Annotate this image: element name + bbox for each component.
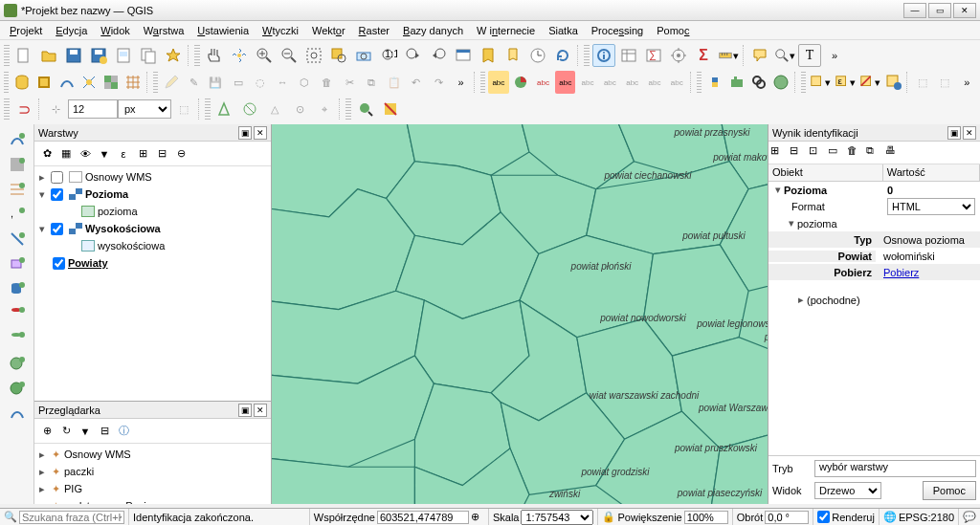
osm-icon[interactable] [749,71,769,94]
node-tool-icon[interactable]: ⬡ [295,71,315,94]
zoom-in-icon[interactable] [253,44,276,67]
label-change-icon[interactable]: abc [667,71,687,94]
identify-close-button[interactable]: ✕ [963,126,976,140]
scale-select[interactable]: 1:757543 [521,510,593,525]
menu-ustawienia[interactable]: Ustawienia [191,23,255,38]
magnifier-lock-icon[interactable]: 🔒 [602,511,615,524]
label-show-icon[interactable]: abc [600,71,620,94]
browser-filter-icon[interactable]: ▼ [77,423,94,440]
geom-snap-icon[interactable]: ⊙ [288,98,311,120]
add-spatialite-icon[interactable] [6,228,29,251]
browser-item[interactable]: paczki [64,466,94,477]
tb-more-1[interactable]: » [823,44,846,67]
menu-warstwa[interactable]: Warstwa [138,23,189,38]
style-manager-icon[interactable] [162,44,185,67]
tb-more-3[interactable]: » [957,71,977,94]
ident-copy-icon[interactable]: ⧉ [866,144,883,162]
menu-bazy[interactable]: Bazy danych [397,23,469,38]
quickosm-paint-icon[interactable] [379,98,402,120]
annotation-icon[interactable]: ▾ [773,44,796,67]
layer-checkbox[interactable] [53,257,65,270]
menu-internet[interactable]: W internecie [471,23,541,38]
identify-mode-select[interactable]: wybór warstwy [814,460,976,477]
layers-undock-button[interactable]: ▣ [238,126,252,140]
snap-icon[interactable]: ⊃ [12,98,35,120]
undo-icon[interactable]: ↶ [406,71,426,94]
layer-checkbox[interactable] [51,223,63,235]
edit-toggle-icon[interactable]: ✎ [183,71,203,94]
new-bookmark-icon[interactable] [477,44,500,67]
identify-icon[interactable] [592,44,615,67]
add-wcs-icon[interactable] [6,402,29,425]
crs-icon[interactable]: 🌐 [883,511,897,524]
new-map-view-icon[interactable] [452,44,475,67]
layer-style-icon[interactable]: ✿ [38,145,56,163]
layer-add-group-icon[interactable]: ▦ [57,145,75,163]
add-oracle-icon[interactable] [6,327,29,350]
deselect-icon[interactable]: ▾ [858,71,881,94]
edit-pencil-icon[interactable] [161,71,181,94]
browser-collapse-icon[interactable]: ⊟ [96,423,113,440]
select-by-value-icon[interactable]: ε▾ [834,71,857,94]
add-mssql-icon[interactable] [6,302,29,325]
zoom-out-icon[interactable] [278,44,301,67]
digitize-icon[interactable]: ◌ [250,71,270,94]
pan-icon[interactable] [203,44,226,67]
quickosm-icon[interactable] [354,98,377,120]
layer-item[interactable]: Powiaty [68,257,108,269]
coord-input[interactable] [377,511,469,524]
crs-label[interactable]: EPSG:2180 [899,512,954,523]
add-virtual-icon[interactable] [6,252,29,275]
field-calc-icon[interactable]: ∑ [642,44,665,67]
browser-undock-button[interactable]: ▣ [238,404,252,417]
layer-visibility-icon[interactable]: 👁 [77,145,94,163]
identify-view-select[interactable]: Drzewo [814,482,881,499]
browser-refresh-icon[interactable]: ↻ [57,423,75,440]
label-pin-icon[interactable]: abc [577,71,597,94]
new-mesh-icon[interactable] [123,71,144,94]
copy-icon[interactable]: ⧉ [362,71,382,94]
layer-item[interactable]: Osnowy WMS [85,171,152,183]
cut-icon[interactable]: ✂ [339,71,359,94]
snap-tolerance-input[interactable] [68,99,118,119]
close-button[interactable]: ✕ [953,3,976,18]
save-edits-icon[interactable]: 💾 [206,71,226,94]
label-pinned-icon[interactable]: abc [555,71,575,94]
label-abc-icon[interactable]: abc [488,71,508,94]
new-project-icon[interactable] [12,44,35,67]
layer-item[interactable]: Wysokościowa [85,223,161,234]
add-wms-icon[interactable] [6,352,29,375]
geom-check-icon[interactable] [213,98,236,120]
browser-item[interactable]: podstawowa Pozioma [64,500,167,504]
paste-icon[interactable]: 📋 [384,71,404,94]
browser-item[interactable]: PIG [64,483,82,494]
tb-vector-1[interactable]: ⬚ [912,71,932,94]
identify-undock-button[interactable]: ▣ [947,126,961,140]
zoom-next-icon[interactable] [427,44,450,67]
layer-expand-icon[interactable]: ⊞ [134,145,151,163]
geom-tool-icon[interactable] [238,98,261,120]
new-geopackage-icon[interactable] [34,71,55,94]
locator-input[interactable] [19,511,124,524]
layer-expr-icon[interactable]: ε [115,145,132,163]
ident-collapse-icon[interactable]: ⊟ [790,144,807,162]
menu-pomoc[interactable]: Pomoc [651,23,695,38]
browser-close-button[interactable]: ✕ [254,404,267,417]
ident-clear-icon[interactable]: 🗑 [847,144,864,162]
text-annotation-icon[interactable]: T [798,44,821,67]
label-rotate-icon[interactable]: abc [644,71,664,94]
menu-widok[interactable]: Widok [95,23,136,38]
redo-icon[interactable]: ↷ [429,71,449,94]
browser-props-icon[interactable]: ⓘ [115,423,132,440]
menu-edycja[interactable]: Edycja [50,23,93,38]
geom-trace-icon[interactable]: ⌖ [313,98,336,120]
stats-icon[interactable]: Σ [692,44,715,67]
ident-expand-icon[interactable]: ⊞ [770,144,788,162]
label-highlight-icon[interactable]: abc [533,71,553,94]
menu-raster[interactable]: Raster [353,23,395,38]
minimize-button[interactable]: — [903,3,926,18]
identify-format-select[interactable]: HTML [887,198,975,215]
zoom-full-icon[interactable] [302,44,325,67]
add-mesh-icon[interactable] [6,178,29,201]
snap-config-icon[interactable]: ⊹ [44,98,67,120]
